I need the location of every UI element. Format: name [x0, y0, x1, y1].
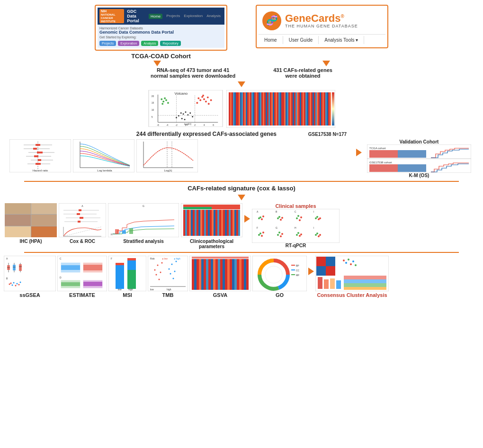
svg-point-350	[350, 263, 352, 265]
svg-rect-203	[233, 210, 234, 236]
svg-point-217	[281, 217, 283, 219]
svg-text:TCGA cohort: TCGA cohort	[369, 147, 386, 150]
svg-point-23	[164, 98, 166, 99]
download-section: RNA-seq of 473 tumor and 41 normal sampl…	[0, 67, 483, 79]
svg-rect-344	[326, 257, 335, 266]
cox-label: Cox & ROC	[70, 239, 95, 244]
gc-nav-home[interactable]: Home	[259, 36, 283, 44]
gc-nav-guide[interactable]: User Guide	[283, 36, 319, 44]
svg-rect-76	[268, 92, 270, 125]
svg-rect-119	[330, 92, 331, 125]
svg-rect-195	[217, 210, 219, 236]
cafs-genes-label: 431 CAFs-related genes were obtained	[273, 67, 332, 79]
svg-point-294	[156, 274, 157, 276]
genecards-icon: 🧬	[262, 11, 281, 30]
svg-point-220	[297, 215, 299, 217]
svg-rect-132	[38, 159, 41, 161]
gdc-subtitle: Harmonized Cancer Datasets	[99, 27, 223, 30]
svg-rect-67	[256, 92, 257, 125]
svg-point-351	[352, 260, 354, 262]
svg-rect-92	[291, 92, 293, 125]
svg-text:I: I	[313, 226, 314, 229]
svg-rect-322	[223, 259, 225, 290]
svg-rect-134	[36, 163, 41, 165]
svg-rect-359	[344, 283, 386, 287]
svg-rect-273	[83, 265, 102, 270]
svg-rect-154	[59, 203, 106, 237]
clinico-section: Clinicopathological parameters	[181, 203, 242, 249]
svg-rect-180	[189, 210, 191, 236]
svg-rect-48	[229, 92, 230, 125]
svg-point-263	[13, 282, 15, 284]
svg-point-260	[9, 284, 10, 285]
msi-label: MSI	[123, 292, 132, 298]
svg-rect-324	[227, 259, 230, 290]
svg-point-234	[277, 234, 279, 236]
gdc-nav-home[interactable]: Home	[149, 14, 162, 19]
gdc-nav-analysis: Analysis	[206, 14, 221, 19]
estimate-label: ESTIMATE	[69, 292, 95, 298]
svg-rect-120	[332, 92, 334, 125]
gdc-btn-analysis[interactable]: Analysis	[141, 41, 158, 46]
svg-rect-315	[206, 259, 208, 290]
gdc-btn-repository[interactable]: Repository	[160, 41, 180, 46]
svg-point-246	[318, 235, 320, 237]
svg-rect-190	[208, 210, 210, 236]
svg-rect-87	[284, 92, 286, 125]
svg-rect-126	[33, 148, 37, 150]
svg-rect-326	[232, 259, 234, 290]
svg-point-214	[277, 217, 279, 219]
svg-rect-172	[129, 228, 133, 234]
svg-rect-189	[206, 210, 208, 236]
svg-rect-207	[252, 209, 340, 243]
svg-rect-353	[318, 277, 322, 289]
svg-rect-101	[304, 92, 305, 125]
go-label: GO	[276, 292, 284, 298]
svg-point-32	[207, 97, 209, 99]
km-os-label: K-M (OS)	[409, 173, 429, 178]
gdc-btn-exploration[interactable]: Exploration	[118, 41, 139, 46]
svg-rect-161	[80, 217, 83, 219]
svg-rect-115	[324, 92, 325, 125]
svg-rect-114	[322, 92, 324, 125]
svg-text:20: 20	[152, 95, 154, 98]
svg-point-33	[208, 103, 210, 105]
diff-expressed-label: 244 differentially expressed CAFs-associ…	[136, 131, 347, 137]
svg-rect-281	[116, 265, 124, 289]
svg-rect-105	[310, 92, 311, 125]
svg-rect-192	[212, 210, 214, 236]
svg-rect-148	[369, 150, 398, 158]
svg-point-352	[355, 264, 357, 266]
svg-rect-309	[192, 259, 194, 290]
svg-rect-198	[223, 210, 225, 236]
stratified-label: Stratified analysis	[123, 239, 164, 244]
gdc-nav-exploration: Exploration	[184, 14, 203, 19]
arrow-cafs	[238, 195, 245, 200]
gsva-section: GSVA	[189, 256, 251, 298]
svg-text:H: H	[295, 226, 296, 229]
svg-rect-61	[247, 92, 249, 125]
volcano-container: Volcano -6 -4 -2 0 2 4 6 logFC 20 15 10 …	[148, 90, 224, 129]
svg-text:Log(λ): Log(λ)	[164, 169, 172, 172]
svg-point-303	[174, 271, 176, 272]
svg-rect-68	[257, 92, 259, 125]
svg-text:-6: -6	[157, 124, 159, 126]
gc-nav-analysis[interactable]: Analysis Tools ▾	[319, 36, 364, 44]
svg-rect-329	[239, 259, 242, 290]
svg-rect-94	[294, 92, 295, 125]
msi-chart: F low high	[108, 256, 146, 291]
svg-point-241	[299, 235, 301, 237]
gdc-btn-projects[interactable]: Projects	[99, 41, 116, 46]
svg-point-38	[183, 113, 184, 115]
ssgsea-chart: A B	[4, 256, 56, 291]
svg-point-35	[210, 99, 212, 101]
middle-section: Hazard ratio Log lambda	[0, 139, 483, 178]
svg-rect-82	[277, 92, 278, 125]
svg-rect-175	[183, 207, 212, 209]
svg-point-43	[192, 116, 193, 117]
svg-point-37	[180, 112, 182, 114]
svg-rect-117	[327, 92, 328, 125]
bottom-row: A B ssGS	[0, 256, 483, 298]
svg-rect-149	[398, 150, 426, 158]
svg-point-264	[15, 285, 17, 287]
